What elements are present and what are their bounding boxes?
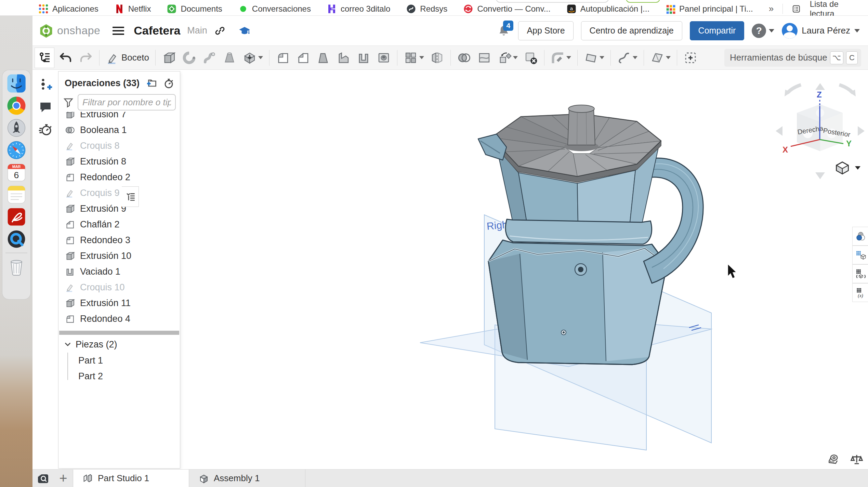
- app-store-button[interactable]: App Store: [518, 21, 573, 40]
- tab-part-studio-1[interactable]: Part Studio 1: [73, 470, 189, 487]
- chamfer-button[interactable]: [294, 48, 312, 67]
- feature-filter-input[interactable]: [78, 94, 176, 110]
- launchpad-dock-icon[interactable]: [6, 118, 26, 138]
- share-button[interactable]: Compartir: [690, 21, 745, 40]
- acrobat-dock-icon[interactable]: [6, 207, 26, 227]
- appearance-panel-tab[interactable]: [852, 227, 868, 246]
- help-menu[interactable]: ?: [752, 24, 774, 38]
- feature-croquis-8[interactable]: Croquis 8: [58, 138, 180, 154]
- variables-panel-tab[interactable]: (x): [852, 283, 868, 302]
- modify-fillet-button[interactable]: [549, 48, 573, 67]
- bookmark-aplicaciones[interactable]: Aplicaciones: [38, 4, 98, 14]
- feature-croquis-10[interactable]: Croquis 10: [58, 279, 180, 295]
- chevron-down-icon: [419, 56, 424, 59]
- plane-button[interactable]: [582, 48, 606, 67]
- rollback-bar[interactable]: [59, 331, 179, 335]
- feature-extrusi-n-9[interactable]: Extrusión 9: [58, 201, 180, 216]
- feature-chafl-n-2[interactable]: Chaflán 2: [58, 216, 180, 232]
- bookmark-redsys[interactable]: Redsys: [406, 4, 447, 14]
- undo-button[interactable]: [57, 48, 75, 67]
- mirror-button[interactable]: [428, 48, 446, 67]
- transform-button[interactable]: [496, 48, 520, 67]
- hole-button[interactable]: [375, 48, 393, 67]
- surface-button[interactable]: [648, 48, 672, 67]
- divider: [269, 50, 269, 66]
- part-part-1[interactable]: Part 1: [58, 353, 180, 368]
- divider: [450, 50, 451, 66]
- extrude-button[interactable]: [160, 48, 178, 67]
- calendar-dock-icon[interactable]: MAR6: [6, 162, 26, 182]
- branch-label[interactable]: Main: [187, 25, 207, 36]
- bookmark-netflix[interactable]: Netflix: [114, 4, 151, 14]
- bookmark-panel-principal-ti[interactable]: Panel principal | Ti...: [665, 4, 753, 14]
- sketch-button[interactable]: Boceto: [104, 48, 151, 67]
- feature-redondeo-3[interactable]: Redondeo 3: [58, 232, 180, 248]
- safari-dock-icon[interactable]: [6, 140, 26, 160]
- bookmark-autopublicaci-n[interactable]: aAutopublicación |...: [566, 4, 649, 14]
- share-link-icon[interactable]: [214, 25, 226, 37]
- draft-button[interactable]: [314, 48, 332, 67]
- add-tab-button[interactable]: +: [54, 470, 73, 487]
- comments-icon[interactable]: [38, 100, 53, 114]
- revolve-button[interactable]: [180, 48, 198, 67]
- rib-button[interactable]: [334, 48, 352, 67]
- mass-properties-icon[interactable]: [850, 453, 863, 466]
- feature-extrusi-n-7[interactable]: Extrusión 7: [58, 112, 180, 122]
- feature-list-flyout-tab[interactable]: [122, 186, 139, 207]
- new-folder-icon[interactable]: [145, 77, 157, 89]
- chrome-dock-icon[interactable]: [6, 96, 26, 116]
- onshape-logo[interactable]: onshape: [39, 23, 100, 38]
- bookmark-documents[interactable]: Documents: [167, 4, 222, 14]
- learning-center-button[interactable]: Centro de aprendizaje: [581, 21, 682, 40]
- onshape-logo-text: onshape: [57, 24, 100, 37]
- feature-booleana-1[interactable]: Booleana 1: [58, 122, 180, 138]
- search-tools-input[interactable]: [730, 52, 827, 63]
- feature-croquis-9[interactable]: Croquis 9: [58, 185, 180, 201]
- fillet-button[interactable]: [274, 48, 292, 67]
- custom-tables-panel-tab[interactable]: [852, 264, 868, 283]
- redo-button[interactable]: [77, 48, 95, 67]
- help-button[interactable]: ?: [752, 24, 766, 38]
- curve-button[interactable]: [615, 48, 639, 67]
- feature-extrusi-n-8[interactable]: Extrusión 8: [58, 154, 180, 169]
- linear-pattern-button[interactable]: [402, 48, 426, 67]
- search-tools-box[interactable]: ⌥ C: [724, 49, 861, 67]
- delete-part-button[interactable]: [522, 48, 540, 67]
- insert-derived-button[interactable]: [682, 48, 699, 67]
- feature-redondeo-4[interactable]: Redondeo 4: [58, 311, 180, 327]
- shell-button[interactable]: [355, 48, 372, 67]
- document-menu-icon[interactable]: [113, 27, 124, 35]
- document-title[interactable]: Cafetera: [134, 24, 180, 37]
- rollback-history-icon[interactable]: [162, 77, 174, 89]
- quicktime-dock-icon[interactable]: [6, 229, 26, 249]
- feature-redondeo-2[interactable]: Redondeo 2: [58, 169, 180, 185]
- thicken-button[interactable]: [241, 48, 265, 67]
- configurations-panel-tab[interactable]: [852, 246, 868, 264]
- feature-list-toggle[interactable]: [35, 48, 54, 68]
- part-part-2[interactable]: Part 2: [58, 368, 180, 384]
- bookmarks-overflow-chevron[interactable]: »: [769, 3, 774, 14]
- trash-dock-icon[interactable]: [6, 257, 26, 277]
- parts-group-header[interactable]: Piezas (2): [58, 336, 180, 353]
- bookmark-correo-3ditalo[interactable]: correo 3ditalo: [327, 4, 390, 14]
- history-icon[interactable]: [38, 122, 53, 137]
- learning-cap-icon[interactable]: [239, 25, 250, 37]
- view-options-dropdown[interactable]: [834, 160, 860, 176]
- split-button[interactable]: [475, 48, 493, 67]
- feature-extrusi-n-11[interactable]: Extrusión 11: [58, 295, 180, 311]
- create-version-icon[interactable]: [38, 77, 53, 92]
- notes-dock-icon[interactable]: [6, 185, 26, 205]
- notifications-bell[interactable]: 4: [497, 24, 511, 38]
- tab-assembly-1[interactable]: Assembly 1: [189, 470, 305, 487]
- sweep-button[interactable]: [200, 48, 218, 67]
- user-menu[interactable]: Laura Pérez: [782, 23, 860, 39]
- tab-manager-button[interactable]: [32, 470, 54, 487]
- finder-dock-icon[interactable]: [6, 74, 26, 93]
- feature-extrusi-n-10[interactable]: Extrusión 10: [58, 248, 180, 264]
- feature-vaciado-1[interactable]: Vaciado 1: [58, 264, 180, 279]
- measure-icon[interactable]: [827, 453, 840, 466]
- loft-button[interactable]: [221, 48, 238, 67]
- bookmark-conversaciones[interactable]: Conversaciones: [238, 4, 311, 14]
- boolean-button[interactable]: [455, 48, 473, 67]
- bookmark-convertio-conv[interactable]: Convertio — Conv...: [463, 4, 550, 14]
